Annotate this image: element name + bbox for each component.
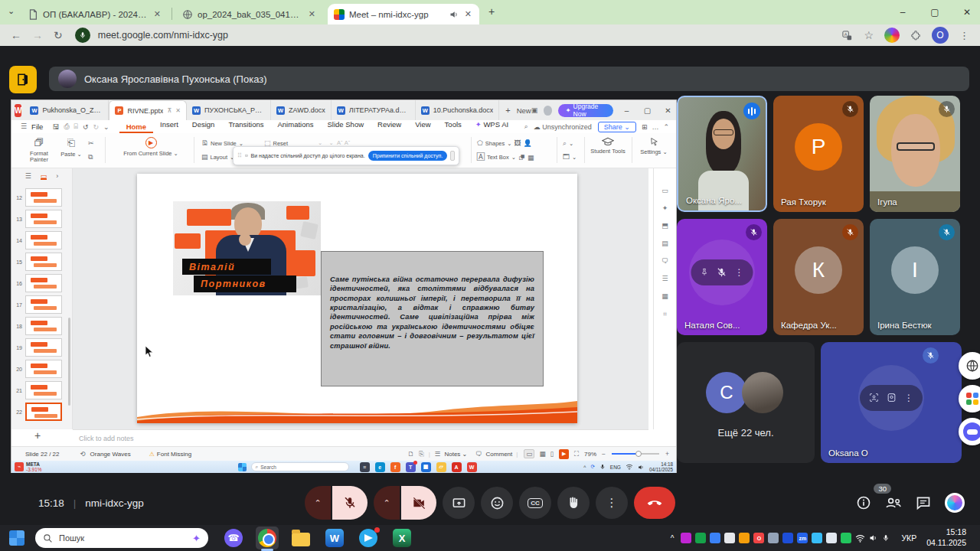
inner-speaker-icon[interactable] [638, 464, 645, 471]
slide-22[interactable]: Віталій Портников Саме путінська війна о… [137, 174, 577, 423]
close-tab-icon[interactable]: ✕ [307, 9, 317, 19]
properties-panel-icon[interactable]: ▭ [662, 187, 668, 194]
slide-thumbnail[interactable]: 15 [11, 251, 70, 272]
chrome-app[interactable] [256, 527, 279, 549]
browser-tab-2[interactable]: op_2024_bak_035_041_fr.pdf ✕ [176, 4, 323, 24]
wps-account-avatar[interactable] [544, 106, 552, 116]
more-options-button[interactable]: ⋮ [596, 487, 628, 519]
raise-hand-button[interactable] [557, 487, 590, 519]
tile-more-participants[interactable]: C Ещё 22 чел. [677, 342, 815, 463]
defender[interactable] [841, 533, 851, 543]
tile-natalya[interactable]: ⋮ Наталя Сов... [677, 219, 767, 335]
drag-handle-icon[interactable]: ⠿ [237, 152, 242, 159]
camera-options-chevron[interactable]: ⌃ [374, 486, 400, 520]
close-tab-icon[interactable]: ✕ [463, 9, 473, 19]
file-menu[interactable]: ☰File [11, 122, 50, 131]
reload-icon[interactable]: ↻ [54, 29, 63, 41]
panel-expand-icon[interactable]: › [56, 172, 58, 180]
tray-mic-icon[interactable] [882, 533, 890, 543]
acrobat[interactable]: A [452, 462, 462, 472]
tile-kebab-icon[interactable]: ⋮ [904, 393, 913, 403]
panes-icon[interactable]: ⊞ [639, 123, 650, 131]
inner-tray-chevron-icon[interactable]: ^ [583, 465, 586, 470]
tab-search-chevron-icon[interactable]: ⌄ [8, 6, 15, 16]
animation-panel-icon[interactable]: ✦ [662, 204, 668, 212]
telegram-tray[interactable] [812, 533, 822, 543]
mic-off-icon[interactable] [717, 267, 727, 278]
yellow-door-extension-icon[interactable] [9, 66, 37, 93]
upgrade-now-button[interactable]: ✦Upgrade Now [558, 104, 613, 117]
notepad[interactable]: ≡ [360, 462, 370, 472]
close-tab-icon[interactable]: ✕ [152, 9, 162, 19]
frame-person-icon[interactable] [869, 393, 879, 403]
tray-wifi-icon[interactable] [855, 534, 865, 543]
wps-doc-tab[interactable]: W 10.Puchonska.docx [416, 100, 500, 120]
wps-doc-tab[interactable]: P RIVNE.pptx ⊼ ✕ [109, 100, 187, 120]
text-box-button[interactable]: 🄰Text Box ⌄ ⮻▦ [477, 153, 534, 161]
inner-mic-icon[interactable] [599, 463, 606, 471]
panel-scrollbar[interactable] [68, 318, 70, 406]
word-app[interactable]: W [323, 527, 346, 549]
taskbar-search-box[interactable]: Пошук ✦ [35, 528, 208, 548]
excel-app[interactable]: X [390, 527, 413, 549]
settings-button[interactable]: Settings ⌄ [635, 137, 673, 155]
wps-close-icon[interactable]: ✕ [661, 106, 675, 115]
page-icon[interactable]: 🗋 [407, 450, 414, 458]
pin-icon[interactable]: ⊼ [167, 107, 172, 114]
wps-restore-icon[interactable]: ▢ [640, 106, 655, 115]
taskbar-clock[interactable]: 15:1804.11.2025 [926, 527, 966, 548]
opera-browser[interactable]: O [753, 533, 764, 543]
wps-doc-tab[interactable]: W ПУХОНСЬКА_РУКОПИ [187, 100, 271, 120]
stock-widget[interactable]: ⌁ META -3.91% [15, 461, 42, 472]
camera-app[interactable] [768, 533, 779, 543]
paste-button[interactable]: ⎗ Paste ⌄ [57, 137, 85, 158]
extension-colorful-icon[interactable] [884, 28, 900, 43]
find-button[interactable]: ⌕ ⌄ [563, 139, 573, 148]
apps-grid-fab[interactable] [959, 385, 980, 412]
language-indicator[interactable]: УКР [901, 533, 916, 543]
new-tab-icon[interactable]: + [488, 5, 495, 18]
reading-view-icon[interactable]: ▯ [550, 450, 554, 458]
tile-raya-tkhoruk[interactable]: P Рая Тхорук [773, 96, 864, 212]
transition-panel-icon[interactable]: ⬒ [662, 222, 668, 230]
select-button[interactable]: 🗔 ⌄ [563, 153, 577, 161]
leave-call-button[interactable] [634, 487, 675, 519]
slide-thumbnail[interactable]: 17 [11, 294, 70, 315]
menu-item[interactable]: Slide Show [321, 120, 371, 133]
new-doc-label[interactable]: New [517, 106, 531, 115]
translate-icon[interactable]: A [841, 30, 853, 41]
menu-item[interactable]: Animations [271, 120, 321, 133]
translate-fab[interactable] [959, 352, 980, 380]
photos-app[interactable] [739, 533, 750, 543]
redo-icon[interactable]: ↻ [91, 123, 102, 131]
extensions-puzzle-icon[interactable] [910, 30, 921, 41]
forward-icon[interactable]: → [32, 29, 43, 41]
fit-slide-icon[interactable]: ⛶ [574, 450, 579, 458]
file-explorer[interactable]: ▱ [436, 462, 446, 472]
wps-share-button[interactable]: Share ⌄ [598, 122, 636, 132]
edge-browser[interactable]: e [375, 462, 385, 472]
normal-view-icon[interactable]: ▭ [524, 449, 534, 458]
card-app[interactable] [826, 533, 837, 543]
telegram-app[interactable] [357, 527, 380, 549]
slide-thumbnail[interactable]: 13 [11, 208, 70, 230]
menu-item[interactable]: ✦ WPS AI [469, 120, 515, 133]
cup-app[interactable] [724, 533, 735, 543]
green-utility[interactable] [695, 533, 706, 543]
browser-tab-meet-active[interactable]: Meet – nmi-idxc-ygp ✕ [328, 4, 479, 24]
inner-wifi-icon[interactable] [626, 464, 633, 470]
menu-item[interactable]: View [408, 120, 437, 133]
outline-view-icon[interactable]: ☰ [25, 172, 31, 180]
bookmark-star-icon[interactable]: ☆ [864, 29, 874, 41]
shared-screen-wps-window[interactable]: W W Pukhonska_O_Zakod P RIVNE.pptx [11, 99, 677, 473]
add-slide-plus-icon[interactable]: + [34, 429, 41, 442]
firefox-browser[interactable]: f [390, 462, 400, 472]
captions-button[interactable]: CC [519, 487, 551, 519]
stop-sharing-button[interactable]: Припинити спільний доступ. [368, 151, 448, 161]
selection-panel-icon[interactable]: ☰ [662, 275, 668, 282]
speaker-name-line1[interactable]: Віталій [182, 259, 271, 275]
comment-toggle[interactable]: 🗨Comment [473, 450, 512, 458]
theme-name[interactable]: ⟲Orange Waves [77, 450, 130, 458]
handout-icon[interactable]: ⎘ [419, 450, 424, 458]
tile-kebab-icon[interactable]: ⋮ [735, 267, 744, 278]
